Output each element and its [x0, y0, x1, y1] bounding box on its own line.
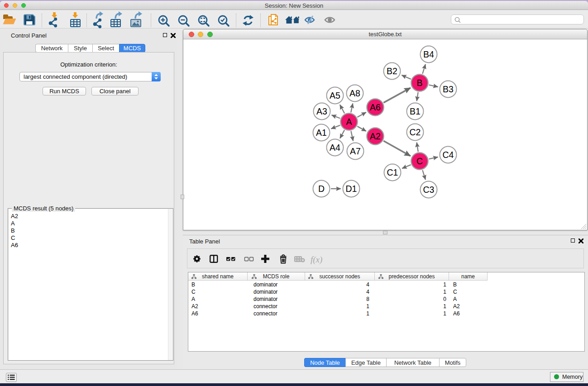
svg-text:D1: D1 [346, 184, 357, 194]
svg-text:B: B [416, 78, 422, 88]
svg-text:B1: B1 [410, 106, 421, 116]
svg-text:A4: A4 [330, 143, 340, 152]
svg-text:B3: B3 [443, 84, 454, 94]
svg-text:C1: C1 [387, 167, 398, 177]
svg-text:A6: A6 [370, 102, 381, 112]
svg-text:B2: B2 [387, 66, 397, 76]
svg-text:A3: A3 [316, 106, 327, 116]
svg-text:f(x): f(x) [311, 255, 322, 265]
svg-text:C3: C3 [423, 185, 435, 195]
svg-text:A5: A5 [330, 91, 340, 100]
svg-text:C4: C4 [443, 150, 454, 160]
svg-text:C2: C2 [410, 127, 421, 137]
svg-text:A: A [346, 117, 352, 127]
svg-text:A8: A8 [349, 88, 360, 98]
svg-text:D: D [318, 184, 325, 194]
svg-text:A1: A1 [316, 128, 327, 138]
svg-text:C: C [416, 156, 423, 166]
svg-text:A2: A2 [370, 131, 381, 141]
svg-text:A7: A7 [350, 146, 361, 156]
svg-text:B4: B4 [423, 49, 434, 59]
